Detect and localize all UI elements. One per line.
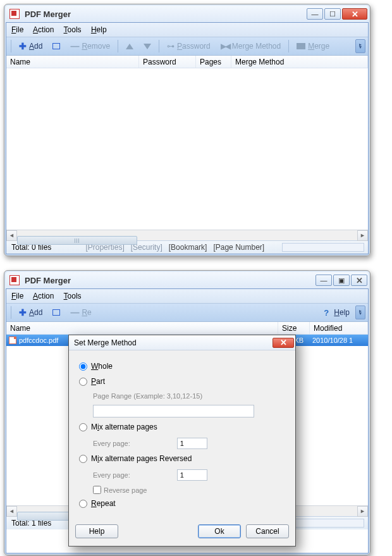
status-bookmark[interactable]: [Bookmark]: [168, 243, 209, 252]
menu-tools[interactable]: Tools: [64, 292, 82, 300]
page-range-hint: Page Range (Example: 3,10,12-15): [93, 392, 285, 400]
menubar: File Action Tools Help: [6, 23, 368, 37]
dialog-help-button[interactable]: Help: [75, 524, 118, 538]
add-folder-button[interactable]: [48, 39, 64, 53]
radio-whole-label: Whole: [91, 362, 113, 371]
maximize-button[interactable]: ▣: [333, 275, 350, 286]
add-folder-button[interactable]: [48, 306, 64, 319]
window-title: PDF Merger: [25, 276, 315, 285]
toolbar: ✚ Add — Remove ⊶ Password ▶◀ Merge Metho…: [6, 37, 368, 56]
window-title: PDF Merger: [25, 9, 307, 19]
dialog-close-button[interactable]: ✕: [273, 338, 294, 348]
list-body-empty[interactable]: [6, 68, 368, 230]
bowtie-icon: ▶◀: [221, 42, 230, 51]
main-window-empty: PDF Merger — ☐ ✕ File Action Tools Help …: [4, 4, 371, 256]
key-icon: ⊶: [167, 42, 175, 51]
triangle-down-icon: [144, 44, 151, 49]
radio-whole[interactable]: [79, 362, 87, 371]
merge-method-button[interactable]: ▶◀ Merge Method: [216, 39, 285, 53]
list-header: Name Size Modified: [6, 322, 368, 335]
menu-file[interactable]: File: [11, 292, 23, 300]
folder-box-icon: [52, 309, 60, 316]
remove-button[interactable]: — Re: [66, 306, 95, 319]
dialog-titlebar[interactable]: Set Merge Method ✕: [69, 335, 295, 350]
scroll-left[interactable]: ◄: [6, 230, 17, 241]
close-button[interactable]: ✕: [342, 8, 367, 20]
move-down-button[interactable]: [139, 39, 156, 53]
col-size[interactable]: Size: [278, 322, 310, 334]
menu-action[interactable]: Action: [33, 292, 54, 300]
folder-box-icon: [52, 43, 60, 49]
close-button[interactable]: ✕: [351, 275, 367, 286]
every-page-input-1[interactable]: [177, 438, 207, 449]
minus-icon: —: [70, 41, 79, 51]
scroll-right[interactable]: ►: [357, 506, 368, 517]
col-name[interactable]: Name: [6, 56, 139, 68]
minimize-button[interactable]: —: [307, 8, 323, 20]
col-pages[interactable]: Pages: [196, 56, 231, 68]
radio-mix-alt-rev[interactable]: [79, 455, 87, 463]
toolbar: ✚ Add — Re ? Help ▸▾: [6, 304, 368, 322]
pdf-file-icon: [9, 337, 16, 344]
merge-button[interactable]: Merge: [292, 39, 334, 53]
page-range-input[interactable]: [93, 405, 254, 417]
plus-icon: ✚: [19, 307, 27, 318]
every-page-label-1: Every page:: [93, 440, 130, 447]
minimize-button[interactable]: —: [315, 275, 332, 286]
h-scrollbar[interactable]: ◄ ||| ►: [6, 230, 368, 240]
stack-icon: [297, 43, 305, 49]
dialog-cancel-button[interactable]: Cancel: [246, 524, 289, 538]
radio-repeat[interactable]: [79, 500, 87, 508]
radio-mix-alt-label: Mix alternate pages: [91, 423, 157, 431]
help-button[interactable]: ? Help: [319, 306, 354, 319]
menu-file[interactable]: File: [11, 25, 23, 34]
menu-help[interactable]: Help: [91, 25, 107, 34]
dialog-title-text: Set Merge Method: [74, 338, 137, 347]
password-button[interactable]: ⊶ Password: [162, 39, 215, 53]
app-icon: [9, 275, 20, 285]
add-button[interactable]: ✚ Add: [15, 306, 47, 319]
dialog-ok-button[interactable]: Ok: [198, 524, 241, 538]
col-password[interactable]: Password: [139, 56, 196, 68]
scroll-right[interactable]: ►: [357, 230, 368, 241]
reverse-page-checkbox[interactable]: [93, 486, 101, 494]
col-name[interactable]: Name: [6, 322, 278, 334]
menu-action[interactable]: Action: [33, 25, 54, 34]
radio-part[interactable]: [79, 378, 87, 386]
radio-part-label: Part: [91, 377, 105, 386]
question-icon: ?: [324, 308, 329, 318]
app-icon: [9, 9, 20, 19]
move-up-button[interactable]: [121, 39, 138, 53]
minus-icon: —: [70, 307, 79, 318]
triangle-up-icon: [126, 44, 133, 49]
menu-tools[interactable]: Tools: [64, 25, 82, 34]
titlebar[interactable]: PDF Merger — ▣ ✕: [6, 272, 369, 288]
main-window-with-dialog: PDF Merger — ▣ ✕ File Action Tools ✚ Add…: [4, 270, 371, 555]
remove-button[interactable]: — Remove: [66, 39, 114, 53]
add-button[interactable]: ✚ Add: [15, 39, 47, 53]
merge-method-dialog: Set Merge Method ✕ Whole Part Page Range…: [68, 335, 296, 547]
plus-icon: ✚: [19, 41, 27, 51]
col-modified[interactable]: Modified: [310, 322, 368, 334]
toolbar-overflow[interactable]: ▸▾: [355, 39, 365, 53]
col-merge-method[interactable]: Merge Method: [231, 56, 368, 68]
every-page-label-2: Every page:: [93, 471, 130, 479]
titlebar[interactable]: PDF Merger — ☐ ✕: [6, 6, 369, 22]
radio-mix-alt[interactable]: [79, 423, 87, 431]
maximize-button[interactable]: ☐: [324, 8, 341, 20]
file-list: Name Password Pages Merge Method: [6, 56, 368, 230]
radio-repeat-label: Repeat: [91, 499, 116, 508]
menubar: File Action Tools: [6, 289, 368, 304]
scroll-left[interactable]: ◄: [6, 506, 17, 517]
list-header: Name Password Pages Merge Method: [6, 56, 368, 68]
every-page-input-2[interactable]: [177, 469, 207, 481]
status-progress: [282, 243, 364, 252]
cell-modified: 2010/10/28 1: [312, 337, 353, 344]
toolbar-overflow[interactable]: ▸▾: [355, 306, 365, 319]
status-page-number[interactable]: [Page Number]: [212, 243, 266, 252]
radio-mix-alt-rev-label: Mix alternate pages Reversed: [91, 454, 192, 463]
reverse-page-label: Reverse page: [104, 486, 147, 494]
